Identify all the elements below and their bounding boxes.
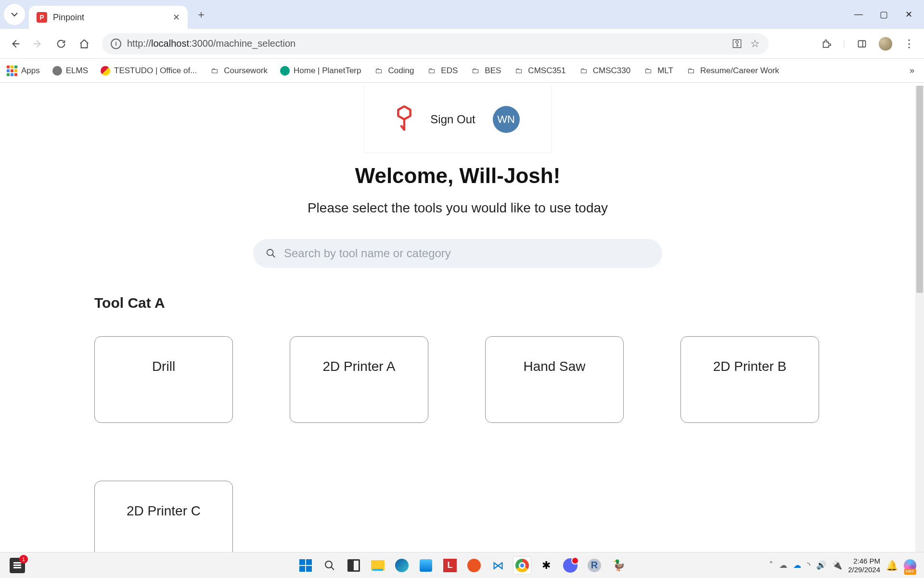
rstudio-app[interactable]: R	[586, 557, 603, 574]
wifi-icon[interactable]: ◝	[807, 560, 810, 570]
tool-card[interactable]: Hand Saw	[485, 336, 624, 423]
vscode-app[interactable]: ⋈	[489, 557, 507, 574]
sign-out-link[interactable]: Sign Out	[430, 113, 475, 126]
onedrive-icon-2[interactable]: ☁	[793, 560, 801, 570]
globe-icon	[52, 66, 62, 76]
arrow-left-icon	[10, 39, 20, 49]
page-scrollbar[interactable]: ▲	[915, 86, 924, 563]
bookmark-item[interactable]: 🗀Coursework	[209, 66, 268, 76]
planetterp-icon	[280, 66, 290, 76]
profile-avatar[interactable]	[879, 37, 892, 51]
scrollbar-thumb[interactable]	[916, 86, 923, 293]
bookmark-item[interactable]: 🗀EDS	[426, 66, 458, 76]
url-text: http://localhost:3000/machine_selection	[127, 38, 726, 49]
tool-card[interactable]: 2D Printer A	[290, 336, 428, 423]
tab-favicon: P	[37, 12, 47, 23]
user-avatar-badge[interactable]: WN	[493, 106, 520, 133]
folder-icon: 🗀	[373, 66, 384, 76]
app-header: Sign Out WN	[364, 86, 552, 153]
testudo-icon	[101, 66, 110, 76]
bookmark-item[interactable]: 🗀CMSC351	[513, 66, 565, 76]
volume-icon[interactable]: 🔊	[816, 560, 826, 570]
tool-card[interactable]: 2D Printer B	[680, 336, 819, 423]
microsoft-store[interactable]	[417, 557, 435, 574]
start-button[interactable]	[297, 557, 314, 574]
bookmark-item[interactable]: ELMS	[52, 66, 88, 76]
welcome-heading: Welcome, Will-Josh!	[0, 164, 915, 188]
search-box[interactable]	[253, 239, 662, 268]
task-view-button[interactable]	[345, 557, 362, 574]
browser-tab-strip: P Pinpoint ✕ ＋ — ▢ ✕	[0, 0, 924, 29]
folder-icon: 🗀	[643, 66, 654, 76]
system-tray: ˄ ☁ ☁ ◝ 🔊 🔌 2:46 PM 2/29/2024 🔔 PRE	[769, 557, 924, 574]
camera-app[interactable]: 🦆	[610, 557, 627, 574]
tools-grid: Drill 2D Printer A Hand Saw 2D Printer B…	[94, 336, 821, 563]
home-button[interactable]	[76, 36, 92, 52]
tab-close-button[interactable]: ✕	[173, 12, 180, 23]
edge-browser[interactable]	[393, 557, 411, 574]
browser-toolbar: i http://localhost:3000/machine_selectio…	[0, 29, 924, 59]
tray-overflow[interactable]: ˄	[769, 560, 773, 570]
reload-icon	[56, 39, 66, 49]
minimize-button[interactable]: —	[853, 9, 864, 20]
maximize-button[interactable]: ▢	[878, 9, 889, 20]
battery-icon[interactable]: 🔌	[832, 560, 842, 570]
extensions-button[interactable]	[818, 36, 834, 52]
bookmarks-overflow-button[interactable]: »	[910, 66, 917, 76]
ubuntu-app[interactable]	[465, 557, 483, 574]
discord-app[interactable]	[562, 557, 579, 574]
tab-title: Pinpoint	[53, 13, 167, 23]
tool-card[interactable]: 2D Printer C	[94, 481, 233, 563]
bookmark-star-icon[interactable]: ☆	[750, 38, 760, 50]
bookmark-item[interactable]: 🗀CMSC330	[578, 66, 630, 76]
bookmark-item[interactable]: 🗀BES	[470, 66, 501, 76]
menu-button[interactable]: ⋮	[901, 36, 917, 52]
clock[interactable]: 2:46 PM 2/29/2024	[848, 557, 880, 574]
page-subtitle: Please select the tools you would like t…	[0, 200, 915, 216]
browser-tab[interactable]: P Pinpoint ✕	[29, 6, 188, 29]
slack-app[interactable]: ✱	[538, 557, 555, 574]
password-key-icon[interactable]: ⚿	[732, 38, 743, 50]
search-input[interactable]	[284, 247, 650, 260]
pinpoint-logo	[396, 105, 413, 133]
copilot-icon[interactable]: PRE	[904, 559, 916, 572]
notifications-icon[interactable]: 🔔	[886, 560, 898, 571]
svg-line-3	[272, 255, 275, 258]
chevron-down-icon	[11, 11, 18, 18]
news-widget[interactable]	[10, 558, 25, 573]
reload-button[interactable]	[53, 36, 69, 52]
onedrive-icon[interactable]: ☁	[779, 560, 787, 570]
chrome-app[interactable]	[513, 557, 531, 574]
forward-button	[30, 36, 46, 52]
site-info-icon[interactable]: i	[111, 39, 121, 49]
arrow-right-icon	[33, 39, 43, 49]
back-button[interactable]	[7, 36, 23, 52]
file-explorer[interactable]	[369, 557, 386, 574]
bookmark-apps[interactable]: Apps	[7, 66, 40, 76]
puzzle-icon	[821, 39, 832, 49]
apps-grid-icon	[7, 66, 17, 76]
folder-icon: 🗀	[686, 66, 696, 76]
search-icon	[324, 560, 335, 571]
svg-point-2	[267, 250, 273, 256]
close-window-button[interactable]: ✕	[903, 9, 914, 20]
bookmark-item[interactable]: 🗀Coding	[373, 66, 414, 76]
tab-search-button[interactable]	[4, 4, 25, 25]
svg-line-5	[331, 567, 334, 570]
folder-icon: 🗀	[209, 66, 220, 76]
bookmark-item[interactable]: 🗀MLT	[643, 66, 673, 76]
address-bar[interactable]: i http://localhost:3000/machine_selectio…	[102, 33, 769, 54]
folder-icon: 🗀	[513, 66, 524, 76]
sidepanel-button[interactable]	[854, 36, 870, 52]
search-button[interactable]	[321, 557, 338, 574]
bookmarks-bar: Apps ELMS TESTUDO | Office of... 🗀Course…	[0, 59, 924, 83]
tool-card[interactable]: Drill	[94, 336, 233, 423]
taskbar-center: L ⋈ ✱ R 🦆	[297, 557, 627, 574]
bookmark-item[interactable]: TESTUDO | Office of...	[101, 66, 197, 76]
category-heading: Tool Cat A	[94, 295, 821, 311]
app-l[interactable]: L	[441, 557, 459, 574]
folder-icon: 🗀	[470, 66, 481, 76]
new-tab-button[interactable]: ＋	[192, 5, 211, 24]
bookmark-item[interactable]: 🗀Resume/Career Work	[686, 66, 779, 76]
bookmark-item[interactable]: Home | PlanetTerp	[280, 66, 361, 76]
